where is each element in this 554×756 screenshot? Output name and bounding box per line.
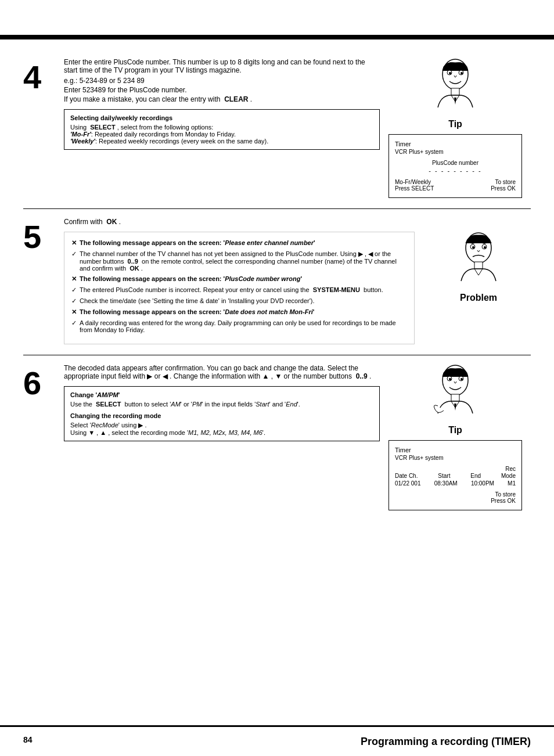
svg-point-4 xyxy=(461,72,463,74)
step-5-right: Problem xyxy=(426,232,531,344)
svg-rect-5 xyxy=(451,88,459,95)
problem-body-2b-text: Check the time/date (see 'Setting the ti… xyxy=(80,297,315,305)
step-4-number: 4 xyxy=(23,58,58,198)
step-6-timer-display: Timer VCR Plus+ system Rec Date Ch. Star… xyxy=(388,440,522,510)
step-6-tip-body-3: Using ▼ , ▲ , select the recording mode … xyxy=(70,429,373,436)
timer-dashes-4: - - - - - - - - - xyxy=(395,167,516,174)
check-icon-2b: ✓ xyxy=(71,297,80,305)
step-4-para-1: Enter the entire PlusCode number. This n… xyxy=(64,58,380,74)
value-end: 10:00PM xyxy=(471,480,494,487)
problem-item-1-text: The following message appears on the scr… xyxy=(80,239,315,247)
problem-box: ✕ The following message appears on the s… xyxy=(64,232,415,344)
header-end: End xyxy=(470,473,481,479)
timer-press-ok-4: Press OK xyxy=(491,185,516,192)
main-content: 4 Enter the entire PlusCode number. This… xyxy=(0,46,554,721)
timer-to-store-4: To store xyxy=(491,179,516,185)
clear-label: CLEAR xyxy=(224,95,248,103)
divider-2 xyxy=(23,355,531,355)
timer-headers-row: Date Ch. Start End Mode xyxy=(395,473,516,479)
step-6-tip-label: Tip xyxy=(448,425,462,435)
step-5-number: 5 xyxy=(23,218,58,253)
step-5-row: ✕ The following message appears on the s… xyxy=(64,232,531,344)
check-icon-3: ✓ xyxy=(71,319,80,333)
step-4-character xyxy=(432,58,479,116)
step-6-para: The decoded data appears after confirmat… xyxy=(64,364,380,380)
header-start: Start xyxy=(438,473,450,479)
timer-subtitle-4: VCR Plus+ system xyxy=(395,149,516,155)
header-date: Date Ch. xyxy=(395,473,418,479)
cross-icon-3: ✕ xyxy=(71,308,80,316)
step-6-tip-body-2: Select 'RecMode' using ▶ . xyxy=(70,422,373,429)
problem-body-1-text: The channel number of the TV channel has… xyxy=(80,250,407,272)
tip-character-2-svg xyxy=(432,364,479,422)
problem-body-3-text: A daily recording was entered for the wr… xyxy=(80,319,407,333)
step-4-tip-box: Selecting daily/weekly recordings Using … xyxy=(64,109,380,150)
step-6-tip-box: Change 'AM/PM' Use the SELECT button to … xyxy=(64,386,380,441)
rec-mode-header-row: Rec xyxy=(395,466,516,472)
bottom-bar xyxy=(0,725,554,727)
step-6-content: The decoded data appears after confirmat… xyxy=(58,364,380,446)
timer-to-store-6: To store xyxy=(491,491,516,498)
problem-item-3: ✕ The following message appears on the s… xyxy=(71,308,407,316)
timer-mo-fr: Mo-Fr/Weekly xyxy=(395,179,434,185)
timer-subtitle-6: VCR Plus+ system xyxy=(395,455,516,461)
svg-point-3 xyxy=(449,72,451,74)
page-title: Programming a recording (TIMER) xyxy=(361,736,531,748)
check-icon-1: ✓ xyxy=(71,250,80,272)
step-4-para-4: If you make a mistake, you can clear the… xyxy=(64,95,380,103)
cross-icon-2: ✕ xyxy=(71,275,80,283)
timer-title-4: Timer xyxy=(395,141,516,147)
check-icon-2: ✓ xyxy=(71,286,80,294)
step-6-right: Tip Timer VCR Plus+ system Rec Date Ch. … xyxy=(380,364,531,510)
tip-character-svg xyxy=(432,58,479,116)
timer-press-ok-6: Press OK xyxy=(491,498,516,504)
step-6-tip-title-1: Change 'AM/PM' xyxy=(70,391,373,398)
step-4-section: 4 Enter the entire PlusCode number. This… xyxy=(23,58,531,198)
step-5-section: 5 Confirm with OK . ✕ The following mess… xyxy=(23,218,531,344)
problem-body-2-text: The entered PlusCode number is incorrect… xyxy=(80,286,383,294)
step-4-content: Enter the entire PlusCode number. This n… xyxy=(58,58,380,198)
step-6-section: 6 The decoded data appears after confirm… xyxy=(23,364,531,510)
page-number: 84 xyxy=(23,735,33,744)
svg-point-15 xyxy=(449,378,451,380)
step-6-tip-body-1: Use the SELECT button to select 'AM' or … xyxy=(70,401,373,408)
step-5-character xyxy=(455,232,502,290)
step-4-right: Tip Timer VCR Plus+ system PlusCode numb… xyxy=(380,58,531,198)
problem-header-1: The following message appears on the scr… xyxy=(80,239,315,246)
svg-rect-11 xyxy=(474,262,483,269)
value-mode: M1 xyxy=(508,480,516,487)
problem-character-svg xyxy=(455,232,502,290)
step-4-tip-label: Tip xyxy=(448,119,462,129)
problem-item-1: ✕ The following message appears on the s… xyxy=(71,239,407,247)
problem-label: Problem xyxy=(460,293,497,303)
step-6-character xyxy=(432,364,479,422)
svg-point-9 xyxy=(472,246,474,249)
step-4-timer-display: Timer VCR Plus+ system PlusCode number -… xyxy=(388,134,522,198)
step-4-para-2: e.g.: 5-234-89 or 5 234 89 xyxy=(64,77,380,85)
step-4-tip-title: Selecting daily/weekly recordings xyxy=(70,114,373,121)
svg-point-16 xyxy=(461,378,463,380)
step-4-option-2: 'Weekly': Repeated weekly recordings (ev… xyxy=(70,138,373,145)
problem-header-2: The following message appears on the scr… xyxy=(80,275,302,282)
problem-body-2: ✓ The entered PlusCode number is incorre… xyxy=(71,286,407,294)
step-4-para-3: Enter 523489 for the PlusCode number. xyxy=(64,86,380,94)
timer-title-6: Timer xyxy=(395,447,516,453)
problem-body-3: ✓ A daily recording was entered for the … xyxy=(71,319,407,333)
value-date-ch: 01/22 001 xyxy=(395,480,421,487)
step-5-content: Confirm with OK . ✕ The following messag… xyxy=(58,218,531,344)
timer-footer-right-6: To store Press OK xyxy=(491,491,516,504)
problem-header-3: The following message appears on the scr… xyxy=(80,308,314,315)
divider-1 xyxy=(23,208,531,209)
problem-body-2b: ✓ Check the time/date (see 'Setting the … xyxy=(71,297,407,305)
timer-field-label-4: PlusCode number xyxy=(395,160,516,166)
problem-item-2-text: The following message appears on the scr… xyxy=(80,275,302,283)
timer-values-row: 01/22 001 08:30AM 10:00PM M1 xyxy=(395,480,516,487)
step-5-intro: Confirm with OK . xyxy=(64,218,531,226)
step-4-option-1: 'Mo-Fr': Repeated daily recordings from … xyxy=(70,131,373,138)
timer-press-select: Press SELECT xyxy=(395,185,434,192)
header-mode: Mode xyxy=(501,473,516,479)
timer-footer-6: To store Press OK xyxy=(395,491,516,504)
svg-rect-17 xyxy=(451,394,459,401)
problem-body-1: ✓ The channel number of the TV channel h… xyxy=(71,250,407,272)
timer-footer-4: Mo-Fr/Weekly Press SELECT To store Press… xyxy=(395,179,516,192)
